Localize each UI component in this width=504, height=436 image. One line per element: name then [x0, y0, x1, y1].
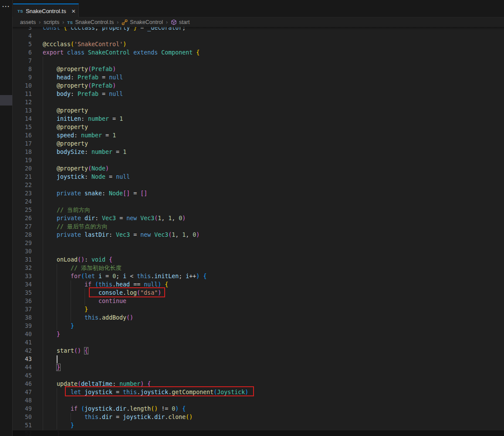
code-line-50[interactable]: 50this.dir = joystick.dir.clone()	[13, 413, 504, 421]
code-line-14[interactable]: 14initLen: number = 1	[13, 115, 504, 123]
code-line-22[interactable]: 22	[13, 181, 504, 189]
code-line-51[interactable]: 51}	[13, 421, 504, 429]
code-line-47[interactable]: 47let joystick = this.joystick.getCompon…	[13, 388, 504, 396]
line-number[interactable]: 25	[13, 206, 32, 214]
line-number[interactable]: 23	[13, 189, 32, 198]
close-icon[interactable]: ✕	[71, 8, 76, 14]
line-number[interactable]: 28	[13, 231, 32, 239]
code-line-28[interactable]: 28private lastDir: Vec3 = new Vec3(1, 1,…	[13, 231, 504, 239]
line-number[interactable]: 10	[13, 82, 32, 90]
code-line-40[interactable]: 40}	[13, 330, 504, 338]
code-line-17[interactable]: 17@property	[13, 140, 504, 148]
line-number[interactable]: 16	[13, 131, 32, 140]
code-line-5[interactable]: 5@ccclass('SnakeControl')	[13, 40, 504, 48]
line-number[interactable]: 3	[13, 27, 32, 32]
line-number[interactable]: 41	[13, 338, 32, 347]
code-editor[interactable]: 3const { ccclass, property } = _decorato…	[13, 27, 504, 436]
code-line-11[interactable]: 11body: Prefab = null	[13, 90, 504, 98]
code-line-37[interactable]: 37}	[13, 305, 504, 313]
line-number[interactable]: 14	[13, 115, 32, 123]
code-line-43[interactable]: 43	[13, 355, 504, 363]
code-line-20[interactable]: 20@property(Node)	[13, 164, 504, 173]
code-line-15[interactable]: 15@property	[13, 123, 504, 131]
code-line-6[interactable]: 6export class SnakeControl extends Compo…	[13, 48, 504, 57]
code-line-49[interactable]: 49if (joystick.dir.length() != 0) {	[13, 405, 504, 413]
code-line-45[interactable]: 45	[13, 371, 504, 380]
code-line-34[interactable]: 34if (this.head == null) {	[13, 280, 504, 289]
code-line-13[interactable]: 13@property	[13, 106, 504, 115]
line-number[interactable]: 42	[13, 347, 32, 355]
line-number[interactable]: 24	[13, 198, 32, 206]
code-line-39[interactable]: 39}	[13, 322, 504, 330]
line-number[interactable]: 8	[13, 65, 32, 73]
code-line-24[interactable]: 24	[13, 198, 504, 206]
line-number[interactable]: 51	[13, 421, 32, 429]
line-number[interactable]: 40	[13, 330, 32, 338]
ellipsis-menu-icon[interactable]: ···	[2, 3, 10, 10]
code-line-27[interactable]: 27// 最后节点的方向	[13, 222, 504, 231]
line-number[interactable]: 19	[13, 156, 32, 164]
line-number[interactable]: 30	[13, 247, 32, 255]
breadcrumb-item-assets[interactable]: assets	[20, 19, 36, 25]
line-number[interactable]: 45	[13, 371, 32, 380]
line-number[interactable]: 26	[13, 214, 32, 222]
line-number[interactable]: 34	[13, 280, 32, 289]
line-number[interactable]: 50	[13, 413, 32, 421]
breadcrumb-item-snakecontrol-ts[interactable]: TSSnakeControl.ts	[67, 19, 114, 25]
line-number[interactable]: 38	[13, 313, 32, 322]
line-number[interactable]: 29	[13, 239, 32, 247]
line-number[interactable]: 33	[13, 272, 32, 280]
line-number[interactable]: 35	[13, 289, 32, 297]
breadcrumb-item-snakecontrol[interactable]: SnakeControl	[122, 19, 163, 25]
code-line-44[interactable]: 44}	[13, 363, 504, 371]
line-number[interactable]: 17	[13, 140, 32, 148]
code-line-4[interactable]: 4	[13, 32, 504, 40]
line-number[interactable]: 12	[13, 98, 32, 106]
line-number[interactable]: 20	[13, 164, 32, 173]
line-number[interactable]: 15	[13, 123, 32, 131]
line-number[interactable]: 21	[13, 173, 32, 181]
line-number[interactable]: 22	[13, 181, 32, 189]
code-line-42[interactable]: 42start() {	[13, 347, 504, 355]
line-number[interactable]: 32	[13, 264, 32, 272]
line-number[interactable]: 13	[13, 106, 32, 115]
code-line-23[interactable]: 23private snake: Node[] = []	[13, 189, 504, 198]
line-number[interactable]: 31	[13, 255, 32, 264]
code-line-12[interactable]: 12	[13, 98, 504, 106]
line-number[interactable]: 39	[13, 322, 32, 330]
code-line-30[interactable]: 30	[13, 247, 504, 255]
line-number[interactable]: 6	[13, 48, 32, 57]
code-line-33[interactable]: 33for(let i = 0; i < this.initLen; i++) …	[13, 272, 504, 280]
code-line-36[interactable]: 36continue	[13, 297, 504, 305]
code-line-21[interactable]: 21joystick: Node = null	[13, 173, 504, 181]
breadcrumb-item-start[interactable]: start	[171, 19, 189, 25]
code-line-10[interactable]: 10@property(Prefab)	[13, 82, 504, 90]
line-number[interactable]: 4	[13, 32, 32, 40]
line-number[interactable]: 37	[13, 305, 32, 313]
line-number[interactable]: 43	[13, 355, 32, 363]
code-line-26[interactable]: 26private dir: Vec3 = new Vec3(1, 1, 0)	[13, 214, 504, 222]
line-number[interactable]: 9	[13, 73, 32, 82]
line-number[interactable]: 18	[13, 148, 32, 156]
breadcrumb-item-scripts[interactable]: scripts	[44, 19, 59, 25]
code-line-35[interactable]: 35console.log("dsa")	[13, 289, 504, 297]
line-number[interactable]: 44	[13, 363, 32, 371]
code-line-19[interactable]: 19	[13, 156, 504, 164]
line-number[interactable]: 11	[13, 90, 32, 98]
line-number[interactable]: 7	[13, 57, 32, 65]
sidebar-thumb[interactable]	[0, 95, 12, 106]
code-line-48[interactable]: 48	[13, 396, 504, 405]
code-line-29[interactable]: 29	[13, 239, 504, 247]
code-line-8[interactable]: 8@property(Prefab)	[13, 65, 504, 73]
code-line-31[interactable]: 31onLoad(): void {	[13, 255, 504, 264]
code-line-32[interactable]: 32// 添加初始化长度	[13, 264, 504, 272]
code-line-18[interactable]: 18bodySize: number = 1	[13, 148, 504, 156]
line-number[interactable]: 46	[13, 380, 32, 388]
code-line-46[interactable]: 46update(deltaTime: number) {	[13, 380, 504, 388]
tab-snakecontrol-ts[interactable]: TS SnakeControl.ts ✕	[13, 3, 79, 18]
line-number[interactable]: 48	[13, 396, 32, 405]
line-number[interactable]: 5	[13, 40, 32, 48]
code-line-16[interactable]: 16speed: number = 1	[13, 131, 504, 140]
code-line-7[interactable]: 7	[13, 57, 504, 65]
line-number[interactable]: 27	[13, 222, 32, 231]
